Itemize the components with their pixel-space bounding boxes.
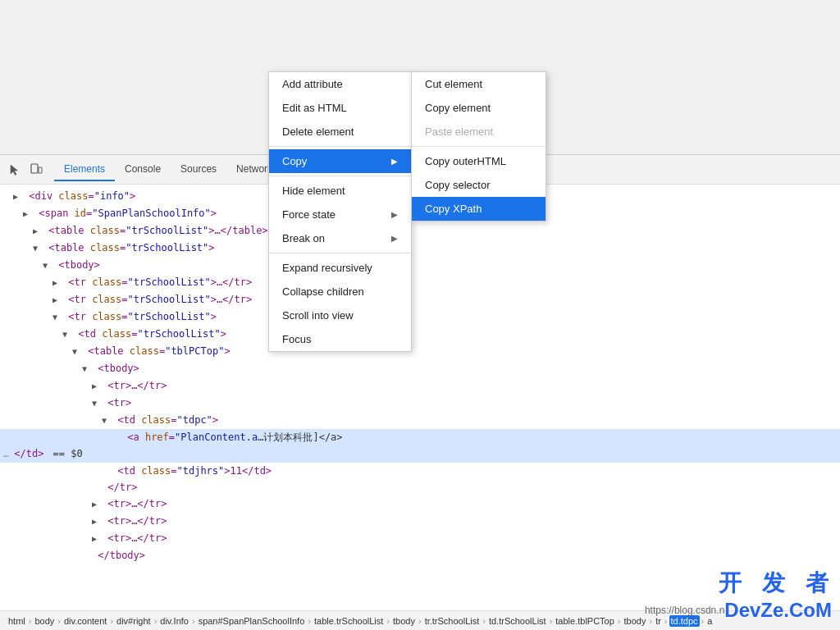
arrow-icon <box>92 497 102 512</box>
context-menu-main: Add attribute Edit as HTML Delete elemen… <box>268 71 412 352</box>
dom-line[interactable]: <tr>…</tr> <box>0 377 840 395</box>
breadcrumb-body[interactable]: body <box>33 615 56 627</box>
menu-copy-selector[interactable]: Copy selector <box>412 173 546 197</box>
arrow-icon <box>62 327 72 342</box>
menu-separator <box>412 146 546 147</box>
menu-collapse-children[interactable]: Collapse children <box>269 280 411 304</box>
dom-line-dollar[interactable]: … </td> == $0 <box>0 445 840 463</box>
breadcrumb-table2[interactable]: table.tblPCTop <box>554 615 616 627</box>
menu-copy[interactable]: Copy ▶ <box>269 149 411 173</box>
arrow-icon <box>33 241 43 256</box>
cursor-icon[interactable] <box>7 162 23 178</box>
tab-elements[interactable]: Elements <box>54 158 115 181</box>
svg-rect-1 <box>39 167 42 173</box>
menu-paste-element: Paste element <box>412 120 546 144</box>
arrow-icon <box>52 293 62 308</box>
arrow-icon <box>52 276 62 290</box>
menu-expand-recursively[interactable]: Expand recursively <box>269 256 411 280</box>
menu-separator <box>269 176 411 176</box>
dom-line[interactable]: <td class="trSchoolList"> <box>0 326 840 343</box>
breadcrumb-divinfo[interactable]: div.Info <box>158 615 190 627</box>
breadcrumb-divright[interactable]: div#right <box>115 615 153 627</box>
dom-line-anchor[interactable]: <a href="PlanContent.a…计划本科批]</a> <box>0 429 840 445</box>
devtools-tabs: Elements Console Sources Network <box>54 158 282 181</box>
dom-line[interactable]: <tr>…</tr> <box>0 530 840 547</box>
breadcrumb-span[interactable]: span#SpanPlanSchoolInfo <box>197 615 307 627</box>
devtools-panel: Elements Console Sources Network <div cl… <box>0 154 840 630</box>
dom-line[interactable]: <td class="tdpc"> <box>0 412 840 429</box>
menu-hide-element[interactable]: Hide element <box>269 179 411 203</box>
breadcrumb-table1[interactable]: table.trSchoolList <box>313 615 385 627</box>
arrow-icon <box>33 224 43 239</box>
tab-console[interactable]: Console <box>115 158 171 181</box>
arrow-icon <box>72 345 82 359</box>
arrow-icon <box>82 362 92 377</box>
arrow-icon <box>92 379 102 394</box>
breadcrumb-td1[interactable]: td.trSchoolList <box>487 615 548 627</box>
breadcrumb-tbody1[interactable]: tbody <box>391 615 417 627</box>
menu-edit-as-html[interactable]: Edit as HTML <box>269 96 411 120</box>
tab-sources[interactable]: Sources <box>171 158 226 181</box>
context-menu-copy: Cut element Copy element Paste element C… <box>411 71 546 221</box>
menu-copy-element[interactable]: Copy element <box>412 96 546 120</box>
dom-line[interactable]: <table class="tblPCTop"> <box>0 343 840 360</box>
dom-line[interactable]: <tr class="trSchoolList">…</tr> <box>0 274 840 291</box>
breadcrumb-html[interactable]: html <box>7 615 27 627</box>
arrow-icon <box>13 189 23 204</box>
dom-line[interactable]: <td class="tdjhrs">11</td> <box>0 463 840 479</box>
dom-line[interactable]: </tbody> <box>0 547 840 564</box>
menu-cut-element[interactable]: Cut element <box>412 72 546 96</box>
dom-line[interactable]: <tbody> <box>0 360 840 377</box>
menu-copy-outerhtml[interactable]: Copy outerHTML <box>412 149 546 173</box>
arrow-icon <box>92 396 102 411</box>
submenu-arrow-icon: ▶ <box>391 234 398 243</box>
watermark-cn-text: 开 发 者 <box>719 568 832 599</box>
arrow-icon <box>52 310 62 325</box>
dom-line[interactable]: <tr class="trSchoolList">…</tr> <box>0 291 840 308</box>
submenu-arrow-icon: ▶ <box>391 157 398 166</box>
menu-scroll-into-view[interactable]: Scroll into view <box>269 304 411 327</box>
watermark: 开 发 者 https://blog.csdn.n DevZe.CoM <box>645 568 832 622</box>
menu-copy-xpath[interactable]: Copy XPath <box>412 197 546 221</box>
dom-line[interactable]: </tr> <box>0 479 840 495</box>
dom-line[interactable]: <tr>…</tr> <box>0 495 840 513</box>
submenu-arrow-icon: ▶ <box>391 210 398 219</box>
menu-add-attribute[interactable]: Add attribute <box>269 72 411 96</box>
watermark-url: https://blog.csdn.n <box>645 605 724 616</box>
menu-separator <box>269 146 411 147</box>
dom-line[interactable]: <tbody> <box>0 257 840 274</box>
dom-line[interactable]: <tr> <box>0 395 840 412</box>
svg-rect-0 <box>31 164 38 173</box>
arrow-icon <box>92 514 102 529</box>
breadcrumb-divcontent[interactable]: div.content <box>62 615 108 627</box>
dom-line[interactable]: <tr class="trSchoolList"> <box>0 308 840 326</box>
dom-line[interactable]: <table class="trSchoolList">…</table> <box>0 222 840 240</box>
menu-delete-element[interactable]: Delete element <box>269 120 411 144</box>
menu-force-state[interactable]: Force state ▶ <box>269 203 411 226</box>
arrow-icon <box>102 413 112 428</box>
breadcrumb-tbody2[interactable]: tbody <box>623 615 648 627</box>
menu-separator <box>269 253 411 253</box>
arrow-icon <box>43 258 52 273</box>
menu-break-on[interactable]: Break on ▶ <box>269 226 411 250</box>
watermark-brand: DevZe.CoM <box>724 599 832 622</box>
arrow-icon <box>23 207 33 221</box>
dom-line[interactable]: <table class="trSchoolList"> <box>0 240 840 257</box>
menu-focus[interactable]: Focus <box>269 327 411 351</box>
arrow-icon <box>92 532 102 546</box>
dom-area: <div class="info"> <span id="SpanPlanSch… <box>0 185 840 610</box>
breadcrumb-tr[interactable]: tr.trSchoolList <box>423 615 482 627</box>
dom-line[interactable]: <tr>…</tr> <box>0 513 840 530</box>
device-icon[interactable] <box>28 162 44 178</box>
